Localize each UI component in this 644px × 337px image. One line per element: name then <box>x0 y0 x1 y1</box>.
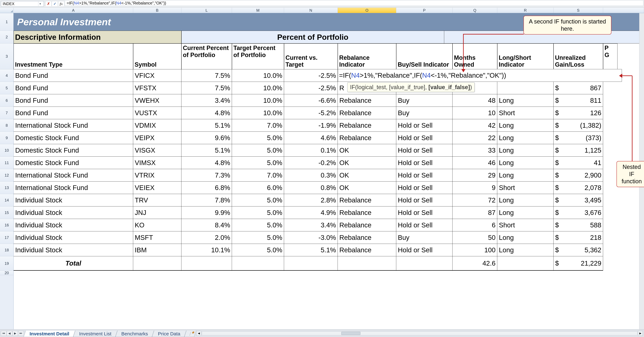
cell-M10[interactable]: 5.0% <box>232 144 284 156</box>
cell-R15[interactable]: Long <box>497 206 554 219</box>
cell-B14[interactable]: TRV <box>133 194 182 206</box>
cell-N18[interactable]: 5.1% <box>284 244 338 256</box>
cell-S17[interactable]: $218 <box>554 232 603 244</box>
cell-B11[interactable]: VIMSX <box>133 156 182 169</box>
cell-Q11[interactable]: 46 <box>452 156 497 169</box>
cell-O16[interactable]: Rebalance <box>338 219 396 232</box>
row-header-3[interactable]: 3 <box>0 44 14 69</box>
cell-P15[interactable]: Hold or Sell <box>396 206 452 219</box>
row-header-9[interactable]: 9 <box>0 132 14 144</box>
tab-investment-detail[interactable]: Investment Detail <box>24 330 75 337</box>
cell-L17[interactable]: 2.0% <box>182 232 232 244</box>
cell-S11[interactable]: $41 <box>554 156 603 169</box>
cell-N14[interactable]: 2.8% <box>284 194 338 206</box>
cell-B9[interactable]: VEIPX <box>133 132 182 144</box>
hscroll-left[interactable]: ◀ <box>196 331 201 336</box>
cell-B13[interactable]: VEIEX <box>133 182 182 194</box>
cell-M14[interactable]: 5.0% <box>232 194 284 206</box>
cell-N4[interactable]: -2.5% <box>284 69 338 82</box>
cell-S14[interactable]: $3,495 <box>554 194 603 206</box>
cell-O15[interactable]: Rebalance <box>338 206 396 219</box>
cell-P13[interactable]: Hold or Sell <box>396 182 452 194</box>
cell-S18[interactable]: $5,362 <box>554 244 603 256</box>
row-header-18[interactable]: 18 <box>0 244 14 256</box>
cancel-button[interactable]: ✗ <box>46 1 52 6</box>
cell-O13[interactable]: OK <box>338 182 396 194</box>
cell-Q16[interactable]: 6 <box>452 219 497 232</box>
select-all-corner[interactable] <box>0 8 14 13</box>
cell-N12[interactable]: 0.3% <box>284 169 338 182</box>
cell-O12[interactable]: OK <box>338 169 396 182</box>
cell-S8[interactable]: $(1,382) <box>554 119 603 132</box>
cell-R10[interactable]: Long <box>497 144 554 156</box>
cell-B18[interactable]: IBM <box>133 244 182 256</box>
cell-M9[interactable]: 5.0% <box>232 132 284 144</box>
cell-R11[interactable]: Long <box>497 156 554 169</box>
cell-M17[interactable]: 5.0% <box>232 232 284 244</box>
cell-A7[interactable]: Bond Fund <box>14 107 133 119</box>
cell-L14[interactable]: 7.8% <box>182 194 232 206</box>
cell-L4[interactable]: 7.5% <box>182 69 232 82</box>
cell-P7[interactable]: Buy <box>396 107 452 119</box>
cell-M7[interactable]: 10.0% <box>232 107 284 119</box>
tab-nav-last[interactable]: ⏭ <box>18 331 24 336</box>
cell-L7[interactable]: 4.8% <box>182 107 232 119</box>
cell-A4[interactable]: Bond Fund <box>14 69 133 82</box>
cell-R14[interactable]: Long <box>497 194 554 206</box>
cell-L11[interactable]: 4.8% <box>182 156 232 169</box>
cell-R7[interactable]: Short <box>497 107 554 119</box>
cell-O7[interactable]: Rebalance <box>338 107 396 119</box>
cell-N11[interactable]: -0.2% <box>284 156 338 169</box>
row-header-10[interactable]: 10 <box>0 144 14 156</box>
cell-B15[interactable]: JNJ <box>133 206 182 219</box>
cell-S7[interactable]: $126 <box>554 107 603 119</box>
horizontal-scrollbar[interactable]: ◀ ▶ <box>195 330 644 337</box>
cell-Q13[interactable]: 9 <box>452 182 497 194</box>
cell-L10[interactable]: 5.1% <box>182 144 232 156</box>
cell-B12[interactable]: VTRIX <box>133 169 182 182</box>
cell-R18[interactable]: Long <box>497 244 554 256</box>
inline-cell-formula[interactable]: =IF(N4>1%,"Rebalance",IF(N4<-1%,"Rebalan… <box>338 69 622 82</box>
row-header-19[interactable]: 19 <box>0 256 14 271</box>
row-header-12[interactable]: 12 <box>0 169 14 182</box>
cell-M18[interactable]: 5.0% <box>232 244 284 256</box>
cell-A10[interactable]: Domestic Stock Fund <box>14 144 133 156</box>
cell-A8[interactable]: International Stock Fund <box>14 119 133 132</box>
cell-P12[interactable]: Hold or Sell <box>396 169 452 182</box>
cell-P10[interactable]: Hold or Sell <box>396 144 452 156</box>
cell-B4[interactable]: VFICX <box>133 69 182 82</box>
cell-L15[interactable]: 9.9% <box>182 206 232 219</box>
tab-nav-prev[interactable]: ◀ <box>7 331 12 336</box>
cell-B5[interactable]: VFSTX <box>133 82 182 94</box>
row-header-16[interactable]: 16 <box>0 219 14 232</box>
tab-nav-first[interactable]: ⏮ <box>1 331 6 336</box>
cell-B6[interactable]: VWEHX <box>133 94 182 107</box>
cell-N15[interactable]: 4.9% <box>284 206 338 219</box>
cell-N6[interactable]: -6.6% <box>284 94 338 107</box>
formula-argument-tooltip[interactable]: IF(logical_test, [value_if_true], [value… <box>347 82 474 92</box>
cell-S12[interactable]: $2,900 <box>554 169 603 182</box>
col-header-S[interactable]: S <box>554 8 603 13</box>
row-header-4[interactable]: 4 <box>0 69 14 82</box>
row-header-17[interactable]: 17 <box>0 232 14 244</box>
cell-S10[interactable]: $1,125 <box>554 144 603 156</box>
cell-R8[interactable]: Long <box>497 119 554 132</box>
cell-Q15[interactable]: 87 <box>452 206 497 219</box>
cell-A12[interactable]: International Stock Fund <box>14 169 133 182</box>
cell-Q17[interactable]: 50 <box>452 232 497 244</box>
hscroll-thumb[interactable] <box>341 332 360 335</box>
col-header-O[interactable]: O <box>338 8 396 13</box>
row-header-8[interactable]: 8 <box>0 119 14 132</box>
row-header-11[interactable]: 11 <box>0 156 14 169</box>
tab-nav-next[interactable]: ▶ <box>12 331 18 336</box>
row-header-2[interactable]: 2 <box>0 31 14 44</box>
cell-B8[interactable]: VDMIX <box>133 119 182 132</box>
row-header-20[interactable]: 20 <box>0 271 14 275</box>
cell-A9[interactable]: Domestic Stock Fund <box>14 132 133 144</box>
cell-B17[interactable]: MSFT <box>133 232 182 244</box>
col-header-N[interactable]: N <box>284 8 338 13</box>
cell-Q18[interactable]: 100 <box>452 244 497 256</box>
cell-N16[interactable]: 3.4% <box>284 219 338 232</box>
cell-R16[interactable]: Short <box>497 219 554 232</box>
cell-R6[interactable]: Long <box>497 94 554 107</box>
